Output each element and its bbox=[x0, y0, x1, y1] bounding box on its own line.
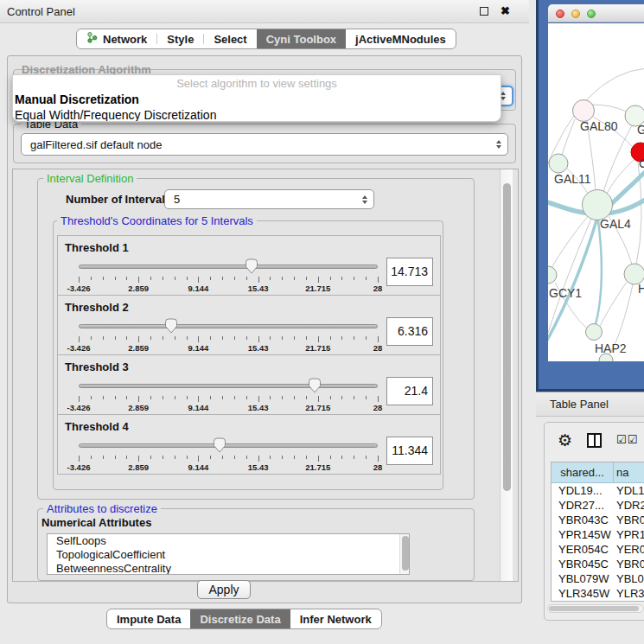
tick-mark bbox=[234, 336, 235, 340]
cell-shared-name[interactable]: YPR145W bbox=[552, 527, 614, 542]
tick-mark bbox=[246, 396, 247, 399]
table-row[interactable]: YER054CYER0 bbox=[552, 542, 644, 557]
tick-mark bbox=[270, 456, 271, 459]
minimize-traffic-light-icon[interactable] bbox=[571, 10, 580, 18]
cell-name[interactable]: YDR2 bbox=[614, 498, 644, 513]
cell-shared-name[interactable]: YER054C bbox=[552, 542, 614, 557]
dropdown-option-manual[interactable]: Manual Discretization bbox=[13, 92, 501, 107]
tick-label: 21.715 bbox=[305, 403, 330, 412]
table-data-combobox[interactable]: galFiltered.sif default node bbox=[21, 133, 508, 156]
slider-thumb[interactable] bbox=[213, 437, 226, 453]
threshold-4-value-field[interactable]: 11.344 bbox=[386, 437, 433, 465]
algorithm-dropdown-popup: Select algorithm to view settings Manual… bbox=[12, 74, 501, 122]
cell-shared-name[interactable]: YBR043C bbox=[552, 513, 614, 527]
threshold-2-row: Threshold 2 -3.4262.8599.14415.4321.7152… bbox=[57, 295, 441, 355]
network-canvas[interactable]: GAL80 GA C GAL11 GAL4 GCY1 H HAP2 bbox=[548, 23, 644, 361]
tick-mark bbox=[294, 336, 295, 340]
threshold-1-value-field[interactable]: 14.713 bbox=[386, 258, 433, 286]
scrollbar-thumb[interactable] bbox=[549, 606, 639, 611]
tab-cyni-toolbox[interactable]: Cyni Toolbox bbox=[257, 29, 346, 48]
table-row[interactable]: YDL19...YDL1 bbox=[552, 483, 644, 498]
cell-name[interactable]: YBL0 bbox=[614, 571, 644, 586]
tick-mark bbox=[91, 456, 92, 459]
cell-name[interactable]: YBR0 bbox=[614, 513, 644, 527]
table-data-selected-value: galFiltered.sif default node bbox=[30, 138, 162, 151]
columns-icon[interactable] bbox=[587, 433, 602, 448]
cell-shared-name[interactable]: YBL079W bbox=[552, 571, 614, 586]
threshold-2-slider[interactable]: -3.4262.8599.14415.4321.71528 bbox=[79, 318, 378, 353]
panel-scrollbar[interactable] bbox=[500, 169, 513, 581]
slider-thumb[interactable] bbox=[308, 378, 322, 393]
attribute-list-item[interactable]: SelfLoops bbox=[48, 534, 409, 548]
scrollbar-thumb[interactable] bbox=[503, 183, 511, 491]
float-window-icon[interactable] bbox=[480, 7, 488, 16]
tick-mark bbox=[330, 396, 331, 399]
tick-mark bbox=[318, 456, 319, 462]
tick-label: -3.426 bbox=[67, 403, 91, 412]
threshold-4-label: Threshold 4 bbox=[65, 420, 129, 433]
threshold-2-value-field[interactable]: 6.316 bbox=[386, 317, 433, 346]
cell-name[interactable]: YDL1 bbox=[614, 483, 644, 498]
cell-name[interactable]: YPR1 bbox=[614, 527, 644, 542]
attribute-list-item[interactable]: BetweennessCentrality bbox=[48, 562, 409, 575]
attribute-list-item[interactable]: TopologicalCoefficient bbox=[48, 548, 409, 562]
slider-tick-labels: -3.4262.8599.14415.4321.71528 bbox=[79, 403, 378, 412]
table-row[interactable]: YBR043CYBR0 bbox=[552, 513, 644, 527]
slider-tick-labels: -3.4262.8599.14415.4321.71528 bbox=[79, 462, 378, 472]
tab-discretize-data[interactable]: Discretize Data bbox=[190, 609, 290, 628]
dropdown-option-equal-width[interactable]: Equal Width/Frequency Discretization bbox=[13, 107, 501, 122]
cell-shared-name[interactable]: YBR045C bbox=[552, 557, 614, 571]
slider-thumb[interactable] bbox=[164, 318, 178, 334]
cell-name[interactable]: YLR3 bbox=[614, 586, 644, 601]
table-data-group: Table Data galFiltered.sif default node bbox=[13, 124, 516, 163]
tab-network-label: Network bbox=[103, 33, 147, 46]
threshold-3-slider[interactable]: -3.4262.8599.14415.4321.71528 bbox=[79, 378, 378, 412]
cell-shared-name[interactable]: YDL19... bbox=[552, 483, 614, 498]
attributes-scrollbar[interactable] bbox=[399, 534, 409, 574]
close-traffic-light-icon[interactable] bbox=[556, 10, 564, 18]
table-row[interactable]: YIL052CYIL0 bbox=[552, 601, 644, 602]
column-header-name[interactable]: na bbox=[614, 462, 644, 482]
cell-name[interactable]: YBR0 bbox=[614, 557, 644, 571]
threshold-3-value-field[interactable]: 21.4 bbox=[386, 377, 433, 405]
select-checkboxes-icon[interactable]: ☑☑ bbox=[616, 433, 638, 446]
table-row[interactable]: YDR27...YDR2 bbox=[552, 498, 644, 513]
tick-mark bbox=[198, 456, 199, 462]
tab-infer-network[interactable]: Infer Network bbox=[290, 609, 381, 628]
number-of-intervals-combobox[interactable]: 5 bbox=[164, 189, 374, 209]
close-icon[interactable]: ✖ bbox=[501, 4, 510, 17]
cell-shared-name[interactable]: YDR27... bbox=[552, 498, 614, 513]
table-row[interactable]: YPR145WYPR1 bbox=[552, 527, 644, 542]
tick-mark bbox=[210, 277, 211, 280]
threshold-3-row: Threshold 3 -3.4262.8599.14415.4321.7152… bbox=[57, 354, 441, 415]
table-row[interactable]: YLR345WYLR3 bbox=[552, 586, 644, 601]
tick-mark bbox=[282, 336, 283, 340]
threshold-1-slider[interactable]: -3.4262.8599.14415.4321.71528 bbox=[79, 258, 378, 293]
numerical-attributes-list[interactable]: SelfLoopsTopologicalCoefficientBetweenne… bbox=[47, 533, 410, 575]
slider-thumb[interactable] bbox=[245, 258, 258, 274]
column-header-shared-name[interactable]: shared... bbox=[552, 462, 614, 482]
tab-style[interactable]: Style bbox=[157, 29, 203, 48]
apply-button[interactable]: Apply bbox=[197, 580, 251, 599]
cyni-toolbox-panel: Discretization Algorithm Select algorith… bbox=[7, 55, 522, 603]
scrollbar-thumb[interactable] bbox=[402, 536, 409, 571]
cell-name[interactable]: YER0 bbox=[614, 542, 644, 557]
table-row[interactable]: YBL079WYBL0 bbox=[552, 571, 644, 586]
cell-shared-name[interactable]: YLR345W bbox=[552, 586, 614, 601]
tick-mark bbox=[234, 396, 235, 399]
tick-label: 28 bbox=[373, 343, 383, 353]
tab-select[interactable]: Select bbox=[204, 29, 256, 48]
tick-mark bbox=[126, 277, 127, 280]
tick-mark bbox=[198, 396, 199, 402]
tab-network[interactable]: Network bbox=[77, 29, 156, 48]
cell-name[interactable]: YIL0 bbox=[614, 601, 644, 602]
threshold-4-slider[interactable]: -3.4262.8599.14415.4321.71528 bbox=[79, 437, 378, 472]
table-row[interactable]: YBR045CYBR0 bbox=[552, 557, 644, 571]
tab-jactivemnodules[interactable]: jActiveMNodules bbox=[346, 29, 456, 48]
cell-shared-name[interactable]: YIL052C bbox=[552, 601, 614, 602]
tab-cyni-toolbox-label: Cyni Toolbox bbox=[266, 33, 336, 46]
table-hscrollbar[interactable] bbox=[547, 604, 644, 613]
gear-icon[interactable]: ⚙ bbox=[558, 430, 572, 450]
tab-impute-data[interactable]: Impute Data bbox=[107, 609, 190, 628]
zoom-traffic-light-icon[interactable] bbox=[587, 10, 596, 18]
